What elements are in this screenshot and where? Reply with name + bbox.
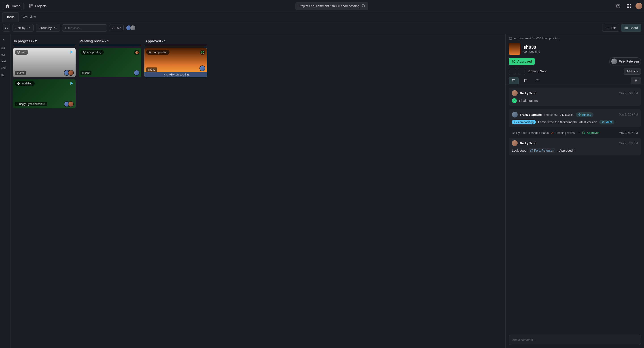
filter-icon bbox=[634, 79, 638, 83]
svg-rect-22 bbox=[625, 27, 628, 29]
activity-filter-button[interactable] bbox=[631, 77, 641, 84]
author-name: Becky Scott bbox=[512, 131, 527, 135]
projects-button[interactable]: Projects bbox=[25, 2, 50, 10]
activity-mention: Frank Stephens mentioned this task in li… bbox=[509, 109, 641, 127]
mini-sidebar: cfa epi feat com nc bbox=[0, 34, 11, 348]
card-label: sh240 bbox=[15, 71, 26, 75]
author-name: Frank Stephens bbox=[520, 113, 542, 116]
timestamp: May 2, 5:40 PM bbox=[619, 92, 638, 95]
property-button[interactable] bbox=[518, 68, 525, 75]
sidebar-item[interactable]: cfa bbox=[0, 45, 10, 51]
avatar bbox=[68, 101, 74, 107]
task-card[interactable]: modeling …ungly Synaolduask 08 bbox=[13, 79, 76, 108]
me-filter[interactable]: Me bbox=[109, 24, 124, 31]
svg-point-39 bbox=[514, 121, 516, 123]
board-icon bbox=[624, 26, 628, 30]
comment-input[interactable] bbox=[509, 335, 641, 345]
tab-row: Tasks Overview bbox=[0, 12, 644, 22]
svg-point-38 bbox=[578, 114, 580, 116]
activity-comment: Becky Scott May 2, 6:30 PM Look good @ F… bbox=[509, 138, 641, 156]
svg-point-7 bbox=[628, 4, 629, 5]
avatar bbox=[512, 90, 518, 96]
detail-panel: no_comment / sh030 / compositing sh030 c… bbox=[505, 34, 644, 348]
svg-point-27 bbox=[136, 52, 137, 53]
board: In progress - 2 roto sh240 modeling bbox=[11, 34, 505, 348]
home-icon bbox=[5, 4, 10, 8]
chevron-down-icon bbox=[54, 26, 57, 30]
svg-rect-0 bbox=[29, 4, 30, 6]
arrow-right-icon bbox=[577, 131, 580, 135]
comment-text: I have fixed the flickering the latest v… bbox=[538, 120, 597, 124]
property-button[interactable] bbox=[509, 68, 516, 75]
eye-icon bbox=[550, 131, 554, 135]
task-card[interactable]: compositing sh030nc/sh030/compositing bbox=[144, 48, 207, 77]
check-icon bbox=[512, 98, 517, 103]
comment-text: Look good bbox=[512, 149, 526, 152]
coming-soon-label: Coming Soon bbox=[528, 69, 548, 73]
tab-notes[interactable] bbox=[521, 77, 531, 84]
breadcrumb[interactable]: Project / no_comment / sh030 / compositi… bbox=[296, 2, 368, 10]
assignee-chip[interactable]: Felix Petersen bbox=[609, 57, 641, 65]
status-pill[interactable]: Approved bbox=[509, 58, 535, 65]
sidebar-item[interactable]: epi bbox=[0, 51, 10, 58]
group-by-button[interactable]: Group by bbox=[36, 24, 60, 32]
check-circle-icon bbox=[512, 60, 516, 63]
add-tags-button[interactable]: Add tags bbox=[624, 68, 641, 75]
activity-feed: Becky Scott May 2, 5:40 PM Final touches… bbox=[506, 84, 644, 332]
svg-point-41 bbox=[582, 132, 585, 134]
mention-chip[interactable]: @ Felix Petersen bbox=[528, 148, 556, 153]
svg-point-14 bbox=[630, 7, 630, 8]
view-board-button[interactable]: Board bbox=[621, 24, 641, 32]
card-tag: roto bbox=[15, 50, 28, 55]
detail-thumbnail bbox=[509, 43, 520, 55]
svg-point-6 bbox=[627, 4, 628, 5]
comment-text: Final touches bbox=[519, 99, 538, 103]
svg-point-10 bbox=[628, 6, 629, 6]
avatar bbox=[130, 25, 136, 31]
card-tag: compositing bbox=[80, 50, 104, 55]
tab-tasks[interactable]: Tasks bbox=[2, 12, 19, 22]
avatar bbox=[200, 65, 205, 71]
detail-subtitle: compositing bbox=[524, 50, 540, 53]
sort-by-button[interactable]: Sort by bbox=[12, 24, 34, 32]
help-button[interactable] bbox=[614, 2, 622, 10]
sidebar-item[interactable]: nc bbox=[0, 71, 10, 78]
svg-point-19 bbox=[606, 27, 606, 27]
column-header: In progress - 2 bbox=[13, 37, 76, 45]
task-link[interactable]: lighting bbox=[576, 112, 594, 117]
author-name: Becky Scott bbox=[520, 92, 536, 95]
detail-breadcrumb[interactable]: no_comment / sh030 / compositing bbox=[506, 34, 644, 42]
view-list-button[interactable]: List bbox=[602, 24, 619, 32]
author-name: Becky Scott bbox=[520, 142, 536, 145]
svg-rect-29 bbox=[510, 37, 512, 39]
approved-icon bbox=[200, 50, 205, 55]
svg-point-15 bbox=[113, 27, 114, 28]
chevron-down-icon bbox=[27, 26, 31, 30]
tab-comments[interactable] bbox=[509, 77, 518, 84]
avatar bbox=[134, 70, 140, 76]
user-avatar[interactable] bbox=[636, 3, 642, 9]
expand-sidebar-button[interactable] bbox=[0, 36, 10, 45]
projects-icon bbox=[28, 4, 33, 8]
toolbar-avatars[interactable] bbox=[126, 25, 136, 31]
column-header: Pending review - 1 bbox=[79, 37, 141, 45]
sidebar-item[interactable]: feat bbox=[0, 58, 10, 65]
apps-button[interactable] bbox=[625, 2, 633, 10]
version-link[interactable]: v009 bbox=[599, 120, 614, 124]
activity-status-change: Becky Scott changed status Pending revie… bbox=[509, 130, 641, 138]
filter-input[interactable] bbox=[62, 24, 107, 32]
home-label: Home bbox=[12, 4, 20, 8]
eye-icon bbox=[134, 50, 140, 55]
tab-overview[interactable]: Overview bbox=[19, 12, 40, 22]
task-card[interactable]: compositing sh040 bbox=[79, 48, 141, 77]
copy-icon[interactable] bbox=[362, 4, 365, 8]
card-tag: modeling bbox=[15, 81, 35, 86]
sidebar-item[interactable]: com bbox=[0, 65, 10, 71]
avatar bbox=[68, 70, 74, 76]
task-pill[interactable]: compositing bbox=[512, 120, 536, 124]
home-button[interactable]: Home bbox=[2, 2, 24, 10]
tab-checklist[interactable] bbox=[533, 77, 543, 84]
task-card[interactable]: roto sh240 bbox=[13, 48, 76, 77]
select-mode-button[interactable] bbox=[3, 24, 10, 32]
avatar bbox=[512, 140, 518, 146]
